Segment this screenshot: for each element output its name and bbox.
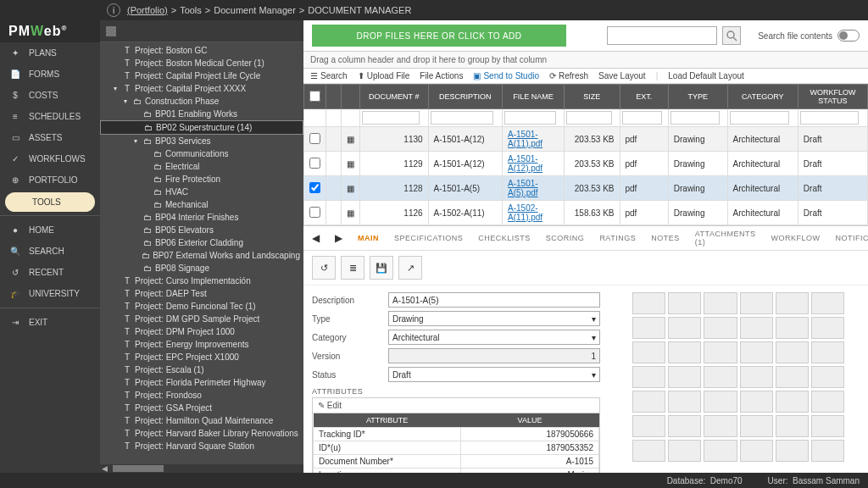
tree-item[interactable]: TProject: GSA Project: [100, 402, 303, 414]
nav-schedules[interactable]: ≡SCHEDULES: [0, 106, 100, 127]
row-checkbox[interactable]: [309, 182, 320, 193]
tree-item[interactable]: 🗀Mechanical: [100, 198, 303, 211]
tree-item[interactable]: ▾🗀Construction Phase: [100, 95, 303, 108]
search-contents-toggle[interactable]: [837, 30, 860, 42]
tab-main[interactable]: MAIN: [358, 234, 379, 242]
tab-attachments-[interactable]: ATTACHMENTS (1): [695, 230, 756, 247]
tab-workflow[interactable]: WORKFLOW: [771, 234, 820, 242]
filter-type[interactable]: [670, 111, 720, 125]
filter-desc[interactable]: [431, 111, 493, 125]
row-checkbox[interactable]: [309, 158, 320, 169]
nav-forms[interactable]: 📄FORMS: [0, 64, 100, 85]
filter-cat[interactable]: [730, 111, 789, 125]
tree-item[interactable]: 🗀Fire Protection: [100, 173, 303, 186]
tab-notes[interactable]: NOTES: [651, 234, 680, 242]
tree-item[interactable]: TProject: Florida Perimeter Highway: [100, 376, 303, 389]
tab-scoring[interactable]: SCORING: [546, 234, 585, 242]
tab-specifications[interactable]: SPECIFICATIONS: [394, 234, 463, 242]
col-doc[interactable]: DOCUMENT #: [360, 85, 429, 109]
col-cat[interactable]: CATEGORY: [727, 85, 798, 109]
tab-ratings[interactable]: RATINGS: [599, 234, 636, 242]
col-size[interactable]: SIZE: [565, 85, 620, 109]
tb-refresh[interactable]: ⟳ Refresh: [549, 71, 588, 80]
tree-toolbar[interactable]: [100, 20, 303, 42]
settings-icon[interactable]: [105, 25, 117, 37]
tree-item[interactable]: TProject: Harvard Baker Library Renovati…: [100, 427, 303, 440]
tree-item[interactable]: TProject: Harvard Square Station: [100, 440, 303, 452]
nav-recent[interactable]: ↺RECENT: [0, 262, 100, 283]
table-row[interactable]: ▦1129A-1501-A(12)A-1501-A(12).pdf203.53 …: [304, 152, 868, 176]
tree-item[interactable]: TProject: EPC Project X1000: [100, 351, 303, 363]
tree-item[interactable]: TProject: Frondoso: [100, 389, 303, 402]
tree-item[interactable]: TProject: Boston GC: [100, 44, 303, 57]
nav-portfolio[interactable]: ⊕PORTFOLIO: [0, 169, 100, 191]
tree-item[interactable]: TProject: Boston Medical Center (1): [100, 57, 303, 69]
tree-item[interactable]: 🗀BP02 Superstructure (14): [100, 120, 303, 135]
filter-doc[interactable]: [362, 111, 420, 125]
tree-item[interactable]: 🗀HVAC: [100, 186, 303, 198]
tab-checklists[interactable]: CHECKLISTS: [478, 234, 531, 242]
undo-button[interactable]: ↺: [312, 256, 336, 280]
row-checkbox[interactable]: [309, 207, 320, 218]
tb-load[interactable]: Load Default Layout: [668, 71, 744, 80]
filter-wf[interactable]: [800, 111, 859, 125]
tab-notifications[interactable]: NOTIFICATIONS: [835, 234, 868, 242]
dropzone[interactable]: DROP FILES HERE OR CLICK TO ADD: [312, 25, 566, 47]
tab-next[interactable]: ▶: [335, 232, 342, 244]
nav-assets[interactable]: ▭ASSETS: [0, 127, 100, 148]
table-row[interactable]: ▦1128A-1501-A(5)A-1501-A(5).pdf203.53 KB…: [304, 176, 868, 201]
tree-item[interactable]: TProject: DPM Project 1000: [100, 325, 303, 338]
info-icon[interactable]: i: [107, 3, 120, 17]
tb-search[interactable]: ☰ Search: [310, 71, 348, 80]
nav-home[interactable]: ●HOME: [0, 219, 100, 241]
select-all[interactable]: [309, 91, 320, 102]
field-description[interactable]: A-1501-A(5): [388, 292, 600, 308]
breadcrumb-2[interactable]: Document Manager: [214, 5, 296, 15]
document-preview[interactable]: [609, 286, 868, 473]
tree-item[interactable]: TProject: Capital Project Life Cycle: [100, 69, 303, 82]
search-input[interactable]: [607, 26, 717, 45]
tree-item[interactable]: ▾🗀BP03 Services: [100, 135, 303, 147]
field-type[interactable]: Drawing▾: [388, 311, 600, 326]
table-row[interactable]: ▦1130A-1501-A(12)A-1501-A(11).pdf203.53 …: [304, 127, 868, 152]
breadcrumb-root[interactable]: (Portfolio): [127, 5, 168, 15]
list-button[interactable]: ≣: [341, 256, 364, 280]
col-ext[interactable]: EXT.: [620, 85, 668, 109]
save-button[interactable]: 💾: [370, 256, 393, 280]
group-hint[interactable]: Drag a column header and drop it here to…: [303, 51, 868, 69]
nav-costs[interactable]: $COSTS: [0, 85, 100, 106]
filter-size[interactable]: [566, 111, 612, 125]
filter-file[interactable]: [504, 111, 556, 125]
filter-ext[interactable]: [622, 111, 662, 125]
col-type[interactable]: TYPE: [668, 85, 727, 109]
attributes-edit[interactable]: ✎ Edit: [313, 398, 599, 413]
nav-workflows[interactable]: ✓WORKFLOWS: [0, 148, 100, 169]
field-status[interactable]: Draft▾: [388, 367, 600, 382]
search-button[interactable]: [722, 26, 741, 45]
tree-item[interactable]: TProject: DM GPD Sample Project: [100, 313, 303, 325]
breadcrumb-1[interactable]: Tools: [180, 5, 202, 15]
tree-item[interactable]: TProject: DAEP Test: [100, 287, 303, 300]
nav-tools[interactable]: TOOLS: [5, 192, 95, 212]
row-checkbox[interactable]: [309, 133, 320, 144]
tree-scrollbar[interactable]: ◀: [100, 464, 303, 473]
tb-save[interactable]: Save Layout: [598, 71, 646, 80]
tree-item[interactable]: TProject: Escala (1): [100, 363, 303, 376]
tree-item[interactable]: TProject: Hamilton Quad Maintenance: [100, 414, 303, 427]
tree-item[interactable]: TProject: Energy Improvements: [100, 338, 303, 351]
tree-item[interactable]: TProject: Curso Implementación: [100, 274, 303, 287]
tree-item[interactable]: ▾TProject: Capital Project XXXX: [100, 82, 303, 95]
tree-item[interactable]: 🗀BP06 Exterior Cladding: [100, 236, 303, 249]
tb-studio[interactable]: ▣ Send to Studio: [473, 71, 539, 80]
table-row[interactable]: ▦1126A-1502-A(11)A-1502-A(11).pdf158.63 …: [304, 201, 868, 225]
tree-item[interactable]: 🗀Communications: [100, 147, 303, 160]
tree-item[interactable]: 🗀BP07 External Works and Landscaping: [100, 249, 303, 262]
tree-item[interactable]: 🗀BP08 Signage: [100, 262, 303, 274]
nav-search[interactable]: 🔍SEARCH: [0, 241, 100, 262]
col-wf[interactable]: WORKFLOW STATUS: [798, 85, 867, 109]
tree-item[interactable]: 🗀BP04 Interior Finishes: [100, 211, 303, 224]
col-desc[interactable]: DESCRIPTION: [428, 85, 502, 109]
tree-item[interactable]: 🗀Electrical: [100, 160, 303, 173]
field-category[interactable]: Architectural▾: [388, 330, 600, 345]
nav-exit[interactable]: ⇥EXIT: [0, 312, 100, 333]
